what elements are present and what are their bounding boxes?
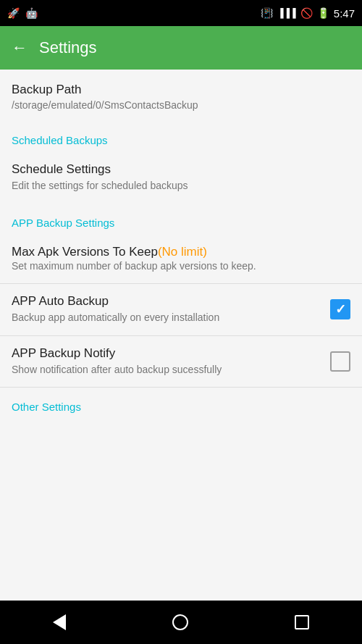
max-apk-no-limit: (No limit) [158, 245, 207, 259]
backup-path-value: /storage/emulated/0/SmsContactsBackup [12, 99, 350, 111]
auto-backup-checkbox[interactable] [330, 299, 350, 319]
status-time: 5:47 [334, 7, 355, 20]
schedule-settings-item[interactable]: Schedule Settings Edit the settings for … [0, 152, 362, 204]
app-bar-title: Settings [39, 38, 97, 57]
schedule-settings-title: Schedule Settings [12, 162, 350, 177]
android-icon: 🤖 [25, 7, 38, 19]
app-backup-settings-header: APP Backup Settings [0, 204, 362, 235]
home-icon [172, 614, 188, 630]
backup-notify-item[interactable]: APP Backup Notify Show notification afte… [0, 336, 362, 388]
max-apk-title-main: Max Apk Versions To Keep [12, 245, 158, 259]
schedule-settings-subtitle: Edit the settings for scheduled backups [12, 179, 350, 193]
status-bar-left: 🚀 🤖 [7, 7, 38, 19]
auto-backup-subtitle: Backup app automatically on every instal… [12, 311, 319, 325]
nosim-icon: 🚫 [300, 7, 313, 19]
backup-notify-subtitle: Show notification after auto backup suce… [12, 363, 319, 377]
auto-backup-title: APP Auto Backup [12, 294, 319, 309]
backup-notify-text: APP Backup Notify Show notification afte… [12, 346, 330, 377]
status-bar: 🚀 🤖 📳 ▐▐▐ 🚫 🔋 5:47 [0, 0, 362, 26]
app-bar: ← Settings [0, 26, 362, 70]
auto-backup-text: APP Auto Backup Backup app automatically… [12, 294, 330, 325]
settings-content: Backup Path /storage/emulated/0/SmsConta… [0, 70, 362, 601]
nav-back-button[interactable] [38, 609, 80, 636]
nav-home-button[interactable] [158, 609, 203, 636]
backup-path-item[interactable]: Backup Path /storage/emulated/0/SmsConta… [0, 70, 362, 121]
back-icon [53, 614, 66, 630]
auto-backup-item[interactable]: APP Auto Backup Backup app automatically… [0, 284, 362, 335]
back-button[interactable]: ← [12, 38, 28, 57]
backup-notify-title: APP Backup Notify [12, 346, 319, 361]
scheduled-backups-header: Scheduled Backups [0, 121, 362, 152]
vibrate-icon: 📳 [261, 7, 273, 19]
max-apk-title: Max Apk Versions To Keep(No limit) [12, 245, 350, 259]
status-bar-right: 📳 ▐▐▐ 🚫 🔋 5:47 [261, 7, 355, 20]
max-apk-item[interactable]: Max Apk Versions To Keep(No limit) Set m… [0, 235, 362, 284]
rocket-icon: 🚀 [7, 7, 20, 19]
signal-icon: ▐▐▐ [277, 8, 296, 18]
nav-recents-button[interactable] [280, 609, 324, 635]
backup-notify-checkbox[interactable] [330, 351, 350, 372]
other-settings-header: Other Settings [0, 388, 362, 419]
backup-path-title: Backup Path [12, 83, 350, 97]
bottom-nav [0, 601, 362, 644]
battery-icon: 🔋 [317, 7, 329, 19]
max-apk-subtitle: Set maximum number of backup apk version… [12, 259, 350, 274]
recents-icon [295, 615, 309, 630]
